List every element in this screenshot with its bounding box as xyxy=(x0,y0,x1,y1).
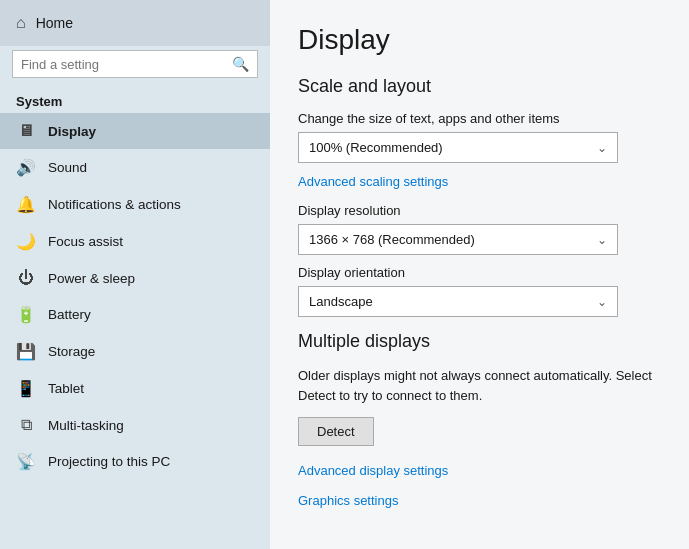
sidebar-item-label: Projecting to this PC xyxy=(48,454,170,469)
sound-icon: 🔊 xyxy=(16,158,36,177)
projecting-icon: 📡 xyxy=(16,452,36,471)
orientation-label: Display orientation xyxy=(298,265,661,280)
main-content: Display Scale and layout Change the size… xyxy=(270,0,689,549)
sidebar-item-sound[interactable]: 🔊 Sound xyxy=(0,149,270,186)
sidebar-item-label: Focus assist xyxy=(48,234,123,249)
home-label: Home xyxy=(36,15,73,31)
sidebar-item-label: Storage xyxy=(48,344,95,359)
resolution-value: 1366 × 768 (Recommended) xyxy=(309,232,475,247)
sidebar-item-display[interactable]: 🖥 Display xyxy=(0,113,270,149)
sidebar: ⌂ Home 🔍 System 🖥 Display 🔊 Sound 🔔 Noti… xyxy=(0,0,270,549)
sidebar-item-tablet[interactable]: 📱 Tablet xyxy=(0,370,270,407)
search-icon: 🔍 xyxy=(232,56,249,72)
sidebar-item-label: Display xyxy=(48,124,96,139)
scale-section-title: Scale and layout xyxy=(298,76,661,97)
graphics-settings-link[interactable]: Graphics settings xyxy=(298,493,398,508)
home-nav-item[interactable]: ⌂ Home xyxy=(0,0,270,46)
power-sleep-icon: ⏻ xyxy=(16,269,36,287)
multitasking-icon: ⧉ xyxy=(16,416,36,434)
multiple-displays-desc: Older displays might not always connect … xyxy=(298,366,661,405)
sidebar-item-power-sleep[interactable]: ⏻ Power & sleep xyxy=(0,260,270,296)
search-input[interactable] xyxy=(21,57,226,72)
page-title: Display xyxy=(298,24,661,56)
advanced-scaling-link[interactable]: Advanced scaling settings xyxy=(298,174,448,189)
sidebar-section-label: System xyxy=(0,88,270,113)
focus-assist-icon: 🌙 xyxy=(16,232,36,251)
resolution-dropdown[interactable]: 1366 × 768 (Recommended) ⌄ xyxy=(298,224,618,255)
scale-label: Change the size of text, apps and other … xyxy=(298,111,661,126)
advanced-display-link[interactable]: Advanced display settings xyxy=(298,463,448,478)
scale-dropdown-arrow: ⌄ xyxy=(597,141,607,155)
orientation-dropdown-arrow: ⌄ xyxy=(597,295,607,309)
sidebar-item-label: Tablet xyxy=(48,381,84,396)
orientation-value: Landscape xyxy=(309,294,373,309)
multiple-displays-title: Multiple displays xyxy=(298,331,661,352)
detect-button[interactable]: Detect xyxy=(298,417,374,446)
scale-value: 100% (Recommended) xyxy=(309,140,443,155)
display-icon: 🖥 xyxy=(16,122,36,140)
sidebar-item-multitasking[interactable]: ⧉ Multi-tasking xyxy=(0,407,270,443)
search-box: 🔍 xyxy=(12,50,258,78)
sidebar-item-storage[interactable]: 💾 Storage xyxy=(0,333,270,370)
sidebar-item-label: Notifications & actions xyxy=(48,197,181,212)
sidebar-item-projecting[interactable]: 📡 Projecting to this PC xyxy=(0,443,270,480)
notifications-icon: 🔔 xyxy=(16,195,36,214)
resolution-dropdown-arrow: ⌄ xyxy=(597,233,607,247)
battery-icon: 🔋 xyxy=(16,305,36,324)
sidebar-item-label: Battery xyxy=(48,307,91,322)
sidebar-item-notifications[interactable]: 🔔 Notifications & actions xyxy=(0,186,270,223)
tablet-icon: 📱 xyxy=(16,379,36,398)
sidebar-item-battery[interactable]: 🔋 Battery xyxy=(0,296,270,333)
sidebar-item-focus-assist[interactable]: 🌙 Focus assist xyxy=(0,223,270,260)
sidebar-item-label: Sound xyxy=(48,160,87,175)
resolution-label: Display resolution xyxy=(298,203,661,218)
scale-dropdown[interactable]: 100% (Recommended) ⌄ xyxy=(298,132,618,163)
multiple-displays-section: Multiple displays Older displays might n… xyxy=(298,331,661,522)
home-icon: ⌂ xyxy=(16,14,26,32)
orientation-dropdown[interactable]: Landscape ⌄ xyxy=(298,286,618,317)
sidebar-item-label: Multi-tasking xyxy=(48,418,124,433)
storage-icon: 💾 xyxy=(16,342,36,361)
sidebar-item-label: Power & sleep xyxy=(48,271,135,286)
